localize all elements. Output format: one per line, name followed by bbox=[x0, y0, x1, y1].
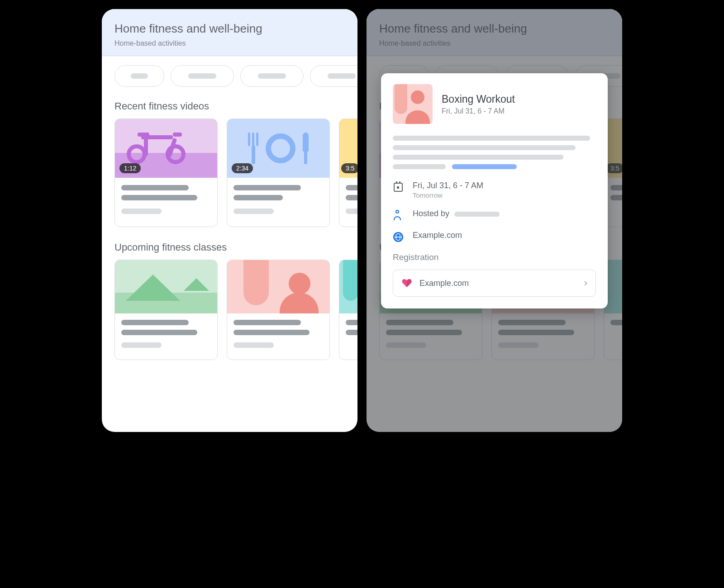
duration-badge: 1:12 bbox=[119, 163, 141, 173]
class-card-body bbox=[339, 313, 357, 347]
video-card-body bbox=[227, 178, 329, 227]
page-header: Home fitness and well-being Home-based a… bbox=[102, 9, 357, 56]
sheet-header: Boxing Workout Fri, Jul 31, 6 - 7 AM bbox=[393, 84, 596, 124]
event-website-row[interactable]: Example.com bbox=[393, 231, 596, 242]
phone-left: Home fitness and well-being Home-based a… bbox=[102, 9, 357, 432]
host-name-placeholder bbox=[454, 212, 500, 217]
classes-row bbox=[102, 260, 357, 360]
globe-icon bbox=[393, 232, 404, 242]
filter-chips-row bbox=[102, 56, 357, 96]
class-card-body bbox=[115, 313, 217, 360]
video-card-body bbox=[115, 178, 217, 227]
video-thumb: 3:5 bbox=[339, 119, 357, 178]
person-outline-icon bbox=[393, 210, 404, 221]
calendar-icon bbox=[393, 182, 404, 193]
duration-badge: 2:34 bbox=[232, 163, 253, 173]
event-title: Boxing Workout bbox=[442, 93, 515, 105]
class-thumb bbox=[339, 260, 357, 313]
videos-row: 1:12 2:34 3:5 bbox=[102, 119, 357, 227]
video-card-body bbox=[339, 178, 357, 227]
event-subtitle: Fri, Jul 31, 6 - 7 AM bbox=[442, 107, 515, 115]
heart-icon bbox=[401, 278, 412, 289]
page-title: Home fitness and well-being bbox=[114, 22, 345, 36]
duration-badge: 3:5 bbox=[341, 163, 357, 173]
section-title-videos: Recent fitness videos bbox=[102, 96, 357, 119]
registration-link[interactable]: Example.com › bbox=[393, 270, 596, 297]
registration-site: Example.com bbox=[419, 279, 577, 288]
video-card[interactable]: 1:12 bbox=[114, 119, 218, 227]
video-card[interactable]: 2:34 bbox=[227, 119, 330, 227]
filter-chip[interactable] bbox=[240, 65, 304, 87]
event-datetime: Fri, Jul 31, 6 - 7 AM bbox=[413, 181, 483, 190]
bike-icon: 1:12 bbox=[115, 119, 217, 178]
event-description bbox=[393, 136, 596, 169]
event-website: Example.com bbox=[413, 231, 462, 240]
landscape-icon bbox=[115, 260, 217, 313]
meal-icon: 2:34 bbox=[227, 119, 329, 178]
class-card[interactable] bbox=[114, 260, 218, 360]
class-card[interactable] bbox=[227, 260, 330, 360]
class-card-body bbox=[227, 313, 329, 360]
registration-label: Registration bbox=[393, 252, 596, 262]
event-host-row: Hosted by bbox=[393, 209, 596, 221]
filter-chip[interactable] bbox=[114, 65, 164, 87]
filter-chip[interactable] bbox=[171, 65, 234, 87]
event-thumb bbox=[393, 84, 433, 124]
phone-right: Home fitness and well-being Home-based a… bbox=[367, 9, 622, 432]
hosted-by-text: Hosted by bbox=[413, 209, 449, 218]
person-icon bbox=[227, 260, 329, 313]
page-subtitle: Home-based activities bbox=[114, 39, 345, 47]
class-card[interactable] bbox=[339, 260, 357, 360]
filter-chip[interactable] bbox=[310, 65, 357, 87]
hosted-by-label: Hosted by bbox=[413, 209, 500, 218]
section-title-classes: Upcoming fitness classes bbox=[102, 237, 357, 260]
event-datetime-row: Fri, Jul 31, 6 - 7 AM Tomorrow bbox=[393, 181, 596, 199]
event-detail-sheet: Boxing Workout Fri, Jul 31, 6 - 7 AM Fri… bbox=[381, 73, 608, 308]
event-relative-date: Tomorrow bbox=[413, 191, 483, 199]
chevron-right-icon: › bbox=[584, 277, 587, 289]
video-card[interactable]: 3:5 bbox=[339, 119, 357, 227]
